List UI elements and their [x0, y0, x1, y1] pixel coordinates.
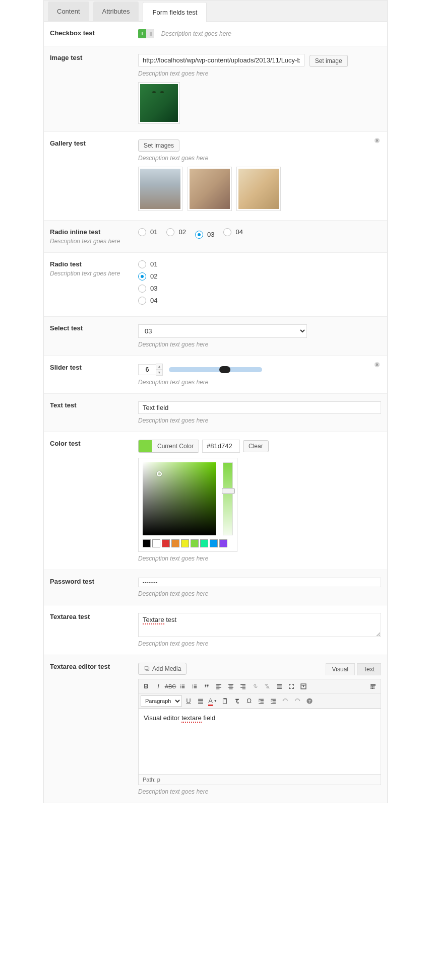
editor-content[interactable]: Visual editor textare field	[138, 709, 381, 775]
quote-icon[interactable]	[201, 681, 212, 692]
bullet-list-icon[interactable]	[177, 681, 188, 692]
link-icon[interactable]	[250, 681, 261, 692]
gallery-thumb-2[interactable]	[188, 167, 232, 211]
editor-path: Path: p	[138, 775, 381, 785]
slider-label: Slider test	[50, 364, 133, 371]
radio-icon	[195, 231, 203, 239]
tab-content[interactable]: Content	[48, 2, 89, 22]
row-radio-inline: Radio inline test Description text goes …	[44, 221, 387, 253]
tab-bar: Content Attributes Form fields test	[44, 1, 387, 22]
gallery-desc: Description text goes here	[138, 155, 381, 162]
spinner-up-icon[interactable]: ▲	[156, 364, 162, 370]
color-preset[interactable]	[200, 539, 208, 547]
tab-attributes[interactable]: Attributes	[93, 2, 139, 22]
radio-icon	[223, 228, 231, 236]
paragraph-select[interactable]: Paragraph	[141, 695, 182, 707]
radio-option-label: 04	[235, 228, 242, 236]
alpha-slider[interactable]	[223, 462, 233, 535]
image-thumbnail[interactable]	[138, 82, 180, 124]
row-select: Select test 03 Description text goes her…	[44, 317, 387, 356]
gallery-thumb-3[interactable]	[236, 167, 281, 211]
slider-handle[interactable]	[219, 366, 230, 373]
alpha-handle[interactable]	[222, 488, 235, 494]
radio-inline-option-04[interactable]: 04	[223, 228, 242, 236]
color-clear-button[interactable]: Clear	[243, 440, 269, 452]
radio-inline-group: 01020304	[138, 228, 381, 245]
set-images-button[interactable]: Set images	[138, 139, 179, 152]
color-preset[interactable]	[181, 539, 189, 547]
more-icon[interactable]	[274, 681, 285, 692]
underline-icon[interactable]: U	[183, 695, 194, 707]
gallery-thumb-1[interactable]	[138, 167, 182, 211]
help-icon[interactable]: ?	[304, 695, 315, 707]
radio-option-label: 02	[178, 228, 186, 236]
text-color-icon[interactable]: A▼	[207, 695, 218, 707]
distraction-free-icon[interactable]: ▼	[298, 681, 309, 692]
indent-icon[interactable]	[268, 695, 279, 707]
editor-tab-text[interactable]: Text	[357, 663, 381, 675]
special-char-icon[interactable]: Ω	[243, 695, 255, 707]
italic-icon[interactable]: I	[153, 681, 164, 692]
saturation-cursor-icon[interactable]	[157, 471, 162, 476]
number-list-icon[interactable]: 123	[189, 681, 200, 692]
paste-text-icon[interactable]	[219, 695, 230, 707]
radio-inline-option-03[interactable]: 03	[195, 231, 214, 239]
checkbox-desc: Description text goes here	[161, 30, 231, 37]
set-image-button[interactable]: Set image	[310, 55, 348, 67]
color-preset[interactable]	[219, 539, 227, 547]
slider-track[interactable]	[169, 367, 262, 372]
align-left-icon[interactable]	[213, 681, 224, 692]
slider-number-input[interactable]	[138, 364, 156, 375]
align-center-icon[interactable]	[225, 681, 236, 692]
justify-icon[interactable]	[195, 695, 206, 707]
text-desc: Description text goes here	[138, 417, 381, 424]
bold-icon[interactable]: B	[141, 681, 152, 692]
spinner-down-icon[interactable]: ▼	[156, 370, 162, 375]
color-preset[interactable]	[171, 539, 179, 547]
radio-inline-option-02[interactable]: 02	[166, 228, 186, 236]
color-hex-input[interactable]	[202, 440, 240, 453]
redo-icon[interactable]	[292, 695, 303, 707]
fullscreen-icon[interactable]	[286, 681, 297, 692]
undo-icon[interactable]	[280, 695, 291, 707]
color-preset[interactable]	[143, 539, 151, 547]
align-right-icon[interactable]	[237, 681, 249, 692]
radio-option-03[interactable]: 03	[138, 285, 372, 293]
add-media-button[interactable]: Add Media	[138, 663, 187, 675]
clear-format-icon[interactable]	[231, 695, 242, 707]
outdent-icon[interactable]	[256, 695, 267, 707]
radio-inline-option-01[interactable]: 01	[138, 228, 157, 236]
tab-form-fields[interactable]: Form fields test	[143, 2, 207, 22]
editor-desc: Description text goes here	[138, 788, 381, 795]
gallery-remove-icon[interactable]	[374, 137, 381, 144]
saturation-box[interactable]	[143, 462, 216, 535]
color-preset[interactable]	[191, 539, 199, 547]
image-desc: Description text goes here	[138, 70, 381, 77]
slider-remove-icon[interactable]	[374, 361, 381, 368]
select-input[interactable]: 03	[138, 324, 307, 338]
radio-inline-desc: Description text goes here	[50, 238, 133, 245]
row-text: Text test Description text goes here	[44, 394, 387, 432]
color-preset[interactable]	[162, 539, 170, 547]
textarea-desc: Description text goes here	[138, 640, 381, 647]
strike-icon[interactable]: ABC	[165, 681, 176, 692]
textarea-input[interactable]: Textare test	[138, 613, 381, 637]
slider-spinner[interactable]: ▲ ▼	[156, 364, 163, 376]
toggle-off-icon	[146, 29, 154, 38]
editor-tab-visual[interactable]: Visual	[326, 663, 355, 675]
color-preset[interactable]	[152, 539, 160, 547]
color-preset[interactable]	[210, 539, 218, 547]
current-color-button[interactable]: Current Color	[138, 440, 199, 453]
radio-option-01[interactable]: 01	[138, 260, 372, 268]
password-input[interactable]	[138, 578, 381, 587]
unlink-icon[interactable]	[262, 681, 273, 692]
text-input[interactable]	[138, 401, 381, 414]
radio-option-02[interactable]: 02	[138, 272, 372, 281]
row-password: Password test Description text goes here	[44, 570, 387, 605]
radio-label: Radio test	[50, 260, 133, 268]
toolbar-toggle-icon[interactable]	[367, 681, 379, 692]
radio-option-04[interactable]: 04	[138, 297, 372, 305]
svg-rect-7	[371, 686, 372, 687]
checkbox-toggle[interactable]: I	[138, 29, 154, 38]
image-url-input[interactable]	[138, 54, 304, 66]
